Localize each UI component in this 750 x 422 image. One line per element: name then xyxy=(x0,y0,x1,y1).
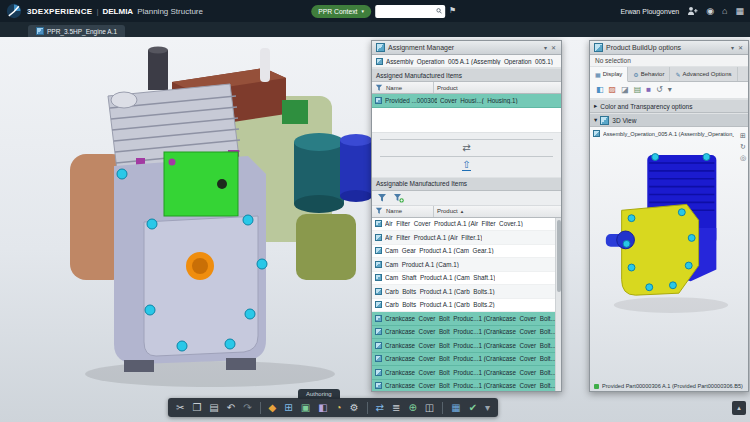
expand-toolbar-glyph: ▴ xyxy=(737,404,741,412)
copy-icon[interactable]: ❐ xyxy=(192,403,201,413)
product-cube-icon xyxy=(375,382,382,389)
presence-icon[interactable]: ◉ xyxy=(706,7,714,16)
assignable-table-header: Name Product ▲ xyxy=(372,206,561,218)
close-panel-icon[interactable]: ✕ xyxy=(737,45,744,51)
cut-icon[interactable]: ✂ xyxy=(176,403,184,413)
crankcase-3d-model[interactable] xyxy=(594,149,742,317)
chevron-down-icon: ▾ xyxy=(594,116,597,124)
view3d-section-header[interactable]: ▾ 3D View xyxy=(590,113,748,127)
assignment-manager-title-bar[interactable]: Assignment Manager ▾✕ xyxy=(372,41,561,55)
assigned-item-product: Cover_Housi...(_Housing.1) xyxy=(440,97,518,104)
divider xyxy=(380,156,554,157)
table-grid-icon[interactable]: ▦ xyxy=(451,403,460,413)
ppr-context-button[interactable]: PPR Context ▾ xyxy=(311,5,371,18)
assignable-item-label: Air_Filter_Product A.1 (Air_Filter.1) xyxy=(385,234,482,241)
expand-toolbar-icon[interactable]: ▴ xyxy=(732,401,746,415)
assignable-product-column[interactable]: Product ▲ xyxy=(434,208,561,214)
assignable-item-row[interactable]: Crankcase_Cover_Bolt_Produc...1 (Crankca… xyxy=(372,353,561,367)
assignable-item-row[interactable]: Crankcase_Cover_Bolt_Produc...1 (Crankca… xyxy=(372,312,561,326)
add-contact-icon[interactable] xyxy=(687,6,698,16)
apps-grid-icon[interactable]: ▦ xyxy=(735,7,744,16)
tab-label: Advanced Options xyxy=(682,71,731,77)
assign-item-icon[interactable]: ⇧ xyxy=(462,160,470,171)
minimize-panel-icon[interactable]: ▾ xyxy=(730,45,735,51)
engine-3d-model[interactable] xyxy=(50,42,380,402)
assigned-name-column[interactable]: Name xyxy=(372,82,434,93)
filter-add-funnel-icon[interactable] xyxy=(393,193,404,203)
assignable-item-row[interactable]: Crankcase_Cover_Bolt_Produc...1 (Crankca… xyxy=(372,366,561,380)
filter-funnel-icon[interactable] xyxy=(375,84,383,92)
user-name[interactable]: Erwan Plougonven xyxy=(620,8,679,15)
assigned-item-row[interactable]: Provided ...000306.B5 Cover_Housi...(_Ho… xyxy=(372,94,561,108)
color-swatch-icon[interactable]: ▨ xyxy=(609,86,617,94)
undo-icon[interactable]: ↶ xyxy=(227,403,235,413)
validate-check-icon[interactable]: ✔ xyxy=(469,403,477,413)
assignable-items-list[interactable]: Air_Filter_Cover_Product A.1 (Air_Filter… xyxy=(372,218,561,392)
assignable-item-row[interactable]: Air_Filter_Cover_Product A.1 (Air_Filter… xyxy=(372,218,561,232)
assignable-item-row[interactable]: Cam_Product A.1 (Cam.1) xyxy=(372,258,561,272)
tab-advanced-options[interactable]: ✎ Advanced Options xyxy=(670,67,737,81)
assignable-name-column[interactable]: Name xyxy=(372,206,434,217)
assigned-table-header: Name Product xyxy=(372,82,561,94)
minimize-panel-icon[interactable]: ▾ xyxy=(543,45,548,51)
swap-assignment-icon[interactable]: ⇄ xyxy=(462,143,470,153)
tab-display[interactable]: ▦ Display xyxy=(590,67,628,82)
create-scope-icon[interactable]: ▣ xyxy=(301,403,310,413)
assignable-item-row[interactable]: Crankcase_Cover_Bolt_Produc...1 (Crankca… xyxy=(372,326,561,340)
home-icon[interactable]: ⌂ xyxy=(722,7,727,16)
search-icon[interactable] xyxy=(436,7,442,15)
buildup-3d-view[interactable]: Assembly_Operation_005 A.1 (Assembly_Ope… xyxy=(590,127,748,391)
assignable-item-row[interactable]: Cam_Gear_Product A.1 (Cam_Gear.1) xyxy=(372,245,561,259)
assignable-item-row[interactable]: Cam_Shaft_Product A.1 (Cam_Shaft.1) xyxy=(372,272,561,286)
fit-view-icon[interactable]: ⊞ xyxy=(740,132,746,139)
create-product-icon[interactable]: ◆ xyxy=(269,403,277,413)
product-cube-icon xyxy=(36,27,44,35)
edges-icon[interactable]: ▤ xyxy=(634,86,642,94)
assignable-item-label: Crankcase_Cover_Bolt_Produc...1 (Crankca… xyxy=(385,355,556,362)
render-style-icon[interactable]: ◧ xyxy=(596,86,604,94)
assigned-product-column[interactable]: Product xyxy=(434,85,561,91)
tab-ppr-engine[interactable]: PPR_3.5HP_Engine A.1 xyxy=(28,25,125,37)
assignment-arrows-icon[interactable]: ⇄ xyxy=(376,403,384,413)
assignment-manager-icon xyxy=(376,43,385,52)
insert-existing-icon[interactable]: ⊞ xyxy=(284,403,292,413)
structure-list-icon[interactable]: ≣ xyxy=(392,403,400,413)
reset-display-icon[interactable]: ↺ xyxy=(656,86,663,94)
color-transparency-section[interactable]: ▸ Color and Transparency options xyxy=(590,99,748,113)
paste-icon[interactable]: ▤ xyxy=(209,403,218,413)
assignable-item-row[interactable]: Crankcase_Cover_Bolt_Produc...1 (Crankca… xyxy=(372,380,561,392)
3ds-compass-logo xyxy=(6,3,22,19)
work-instruction-icon[interactable]: ◧ xyxy=(318,403,327,413)
assignable-item-row[interactable]: Crankcase_Cover_Bolt_Produc...1 (Crankca… xyxy=(372,339,561,353)
filter-funnel-icon[interactable] xyxy=(375,207,383,215)
view-status-row: Provided Part00000306 A.1 (Provided Part… xyxy=(594,383,744,389)
assignable-item-row[interactable]: Air_Filter_Product A.1 (Air_Filter.1) xyxy=(372,231,561,245)
redo-icon[interactable]: ↷ xyxy=(243,403,251,413)
behavior-tab-icon: ⚙ xyxy=(633,71,638,78)
assignable-item-row[interactable]: Carb_Bolts_Product A.1 (Carb_Bolts.1) xyxy=(372,285,561,299)
assignable-item-row[interactable]: Carb_Bolts_Product A.1 (Carb_Bolts.2) xyxy=(372,299,561,313)
scrollbar-thumb[interactable] xyxy=(557,220,561,292)
product-cube-icon xyxy=(375,315,382,322)
global-search-box[interactable] xyxy=(375,5,445,18)
time-chart-icon[interactable]: ◔ xyxy=(336,403,342,413)
close-panel-icon[interactable]: ✕ xyxy=(550,45,557,51)
add-item-icon[interactable]: ⊕ xyxy=(408,403,416,413)
vertical-scrollbar[interactable] xyxy=(555,218,561,392)
more-tools-icon[interactable]: ▾ xyxy=(485,403,490,413)
product-cube-icon xyxy=(375,220,382,227)
tab-behavior[interactable]: ⚙ Behavior xyxy=(628,67,670,81)
filter-funnel-icon[interactable] xyxy=(377,193,387,203)
materials-icon[interactable]: ■ xyxy=(646,86,651,94)
buildup-title-bar[interactable]: Product BuildUp options ▾✕ xyxy=(590,41,748,55)
transparency-icon[interactable]: ◪ xyxy=(621,86,629,94)
header-icons: ◉⌂▦ xyxy=(706,7,744,16)
side-panel-icon[interactable]: ◫ xyxy=(425,403,434,413)
settings-gear-icon[interactable]: ⚙ xyxy=(350,403,359,413)
more-display-options-icon[interactable]: ▾ xyxy=(668,86,672,94)
flag-icon[interactable]: ⚑ xyxy=(449,7,456,15)
product-cube-icon xyxy=(375,342,382,349)
search-input[interactable] xyxy=(378,7,434,16)
column-label: Product xyxy=(437,208,458,214)
assignable-item-label: Carb_Bolts_Product A.1 (Carb_Bolts.1) xyxy=(385,288,495,295)
